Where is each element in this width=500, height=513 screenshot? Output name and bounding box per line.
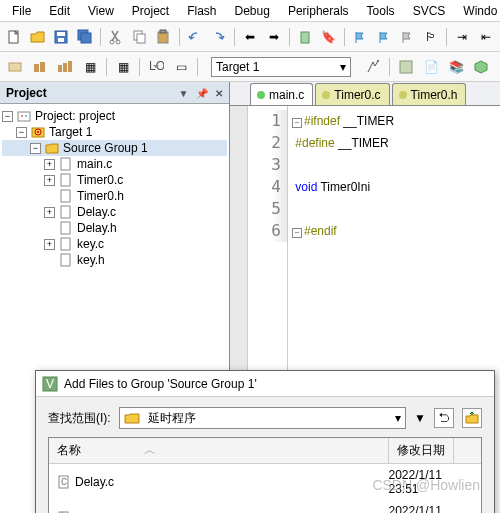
stop-build-icon[interactable]: ▦ — [112, 56, 134, 78]
tree-file[interactable]: key.h — [2, 252, 227, 268]
menu-edit[interactable]: Edit — [41, 2, 78, 19]
nav-fwd-icon[interactable]: ➡ — [263, 26, 284, 48]
translate-icon[interactable] — [4, 56, 26, 78]
tree-file[interactable]: Delay.h — [2, 220, 227, 236]
fold-icon[interactable]: − — [292, 228, 302, 238]
list-item[interactable]: hDelay.h 2022/1/11 23:55 — [49, 500, 481, 513]
col-date[interactable]: 修改日期 — [389, 438, 454, 463]
save-all-icon[interactable] — [75, 26, 96, 48]
erase-icon[interactable]: ▭ — [170, 56, 192, 78]
menu-peripherals[interactable]: Peripherals — [280, 2, 357, 19]
collapse-icon[interactable]: − — [16, 127, 27, 138]
svg-rect-15 — [40, 62, 45, 72]
cut-icon[interactable] — [106, 26, 127, 48]
paste-icon[interactable] — [153, 26, 174, 48]
line-number: 1 — [248, 110, 287, 132]
menu-tools[interactable]: Tools — [359, 2, 403, 19]
tree-target[interactable]: − Target 1 — [2, 124, 227, 140]
collapse-icon[interactable]: − — [2, 111, 13, 122]
undo-icon[interactable] — [185, 26, 206, 48]
svg-point-20 — [377, 60, 379, 62]
menu-svcs[interactable]: SVCS — [405, 2, 454, 19]
cfile-icon: c — [57, 475, 71, 489]
separator — [389, 58, 390, 76]
indent-icon[interactable]: ⇥ — [452, 26, 473, 48]
save-icon[interactable] — [51, 26, 72, 48]
chevron-down-icon[interactable]: ▼ — [414, 411, 426, 425]
tree-file[interactable]: +main.c — [2, 156, 227, 172]
menu-file[interactable]: File — [4, 2, 39, 19]
tab-timer0-c[interactable]: Timer0.c — [315, 83, 389, 105]
tree-label: Delay.c — [77, 205, 116, 219]
tree-file[interactable]: Timer0.h — [2, 188, 227, 204]
pin-icon[interactable]: 📌 — [196, 88, 208, 99]
collapse-icon[interactable]: − — [30, 143, 41, 154]
new-file-icon[interactable] — [4, 26, 25, 48]
expand-icon[interactable]: + — [44, 175, 55, 186]
panel-menu-icon[interactable]: ▼ — [178, 88, 188, 99]
flag-next-icon[interactable] — [373, 26, 394, 48]
project-panel-header: Project ▼ 📌 ✕ — [0, 82, 229, 104]
lookin-label: 查找范围(I): — [48, 410, 111, 427]
tree-group[interactable]: − Source Group 1 — [2, 140, 227, 156]
menu-flash[interactable]: Flash — [179, 2, 224, 19]
rebuild-icon[interactable] — [54, 56, 76, 78]
file-icon — [58, 173, 74, 187]
batch-build-icon[interactable]: ▦ — [79, 56, 101, 78]
build-icon[interactable] — [29, 56, 51, 78]
list-item[interactable]: cDelay.c 2022/1/11 23:51 — [49, 464, 481, 500]
manage-icon[interactable] — [395, 56, 417, 78]
line-number: 6 — [248, 220, 287, 242]
file-ext-icon[interactable]: 📄 — [420, 56, 442, 78]
dialog-titlebar[interactable]: V Add Files to Group 'Source Group 1' — [36, 371, 494, 397]
lookin-combo[interactable]: 延时程序 ▾ — [119, 407, 406, 429]
file-icon — [58, 205, 74, 219]
open-icon[interactable] — [28, 26, 49, 48]
up-folder-button[interactable] — [462, 408, 482, 428]
tree-file[interactable]: +Timer0.c — [2, 172, 227, 188]
tree-label: main.c — [77, 157, 112, 171]
tab-label: Timer0.c — [334, 88, 380, 102]
menu-window[interactable]: Windo — [455, 2, 500, 19]
svg-rect-34 — [61, 254, 70, 266]
expand-icon[interactable]: + — [44, 207, 55, 218]
download-icon[interactable]: LOAD — [145, 56, 167, 78]
expand-icon[interactable]: + — [44, 159, 55, 170]
bookmark-icon[interactable] — [295, 26, 316, 48]
col-name[interactable]: 名称 ︿ — [49, 438, 389, 463]
back-button[interactable]: ⮌ — [434, 408, 454, 428]
panel-title: Project — [6, 86, 47, 100]
svg-point-24 — [25, 115, 27, 117]
tab-timer0-h[interactable]: Timer0.h — [392, 83, 467, 105]
svg-rect-32 — [61, 222, 70, 234]
tab-main-c[interactable]: main.c — [250, 83, 313, 105]
close-icon[interactable]: ✕ — [215, 88, 223, 99]
fold-icon[interactable]: − — [292, 118, 302, 128]
tree-root[interactable]: − Project: project — [2, 108, 227, 124]
redo-icon[interactable] — [208, 26, 229, 48]
flag-prev-icon[interactable] — [350, 26, 371, 48]
nav-back-icon[interactable]: ⬅ — [240, 26, 261, 48]
file-list[interactable]: 名称 ︿ 修改日期 cDelay.c 2022/1/11 23:51 hDela… — [48, 437, 482, 513]
menu-view[interactable]: View — [80, 2, 122, 19]
tree-file[interactable]: +Delay.c — [2, 204, 227, 220]
bookmark-toggle-icon[interactable]: 🔖 — [318, 26, 339, 48]
menu-debug[interactable]: Debug — [227, 2, 278, 19]
flag-all-icon[interactable]: 🏳 — [420, 26, 441, 48]
copy-icon[interactable] — [130, 26, 151, 48]
tree-file[interactable]: +key.c — [2, 236, 227, 252]
menu-project[interactable]: Project — [124, 2, 177, 19]
books-icon[interactable]: 📚 — [445, 56, 467, 78]
chevron-down-icon: ▾ — [340, 60, 346, 74]
flag-clear-icon[interactable] — [397, 26, 418, 48]
target-selector[interactable]: Target 1 ▾ — [211, 57, 351, 77]
pack-icon[interactable] — [470, 56, 492, 78]
outdent-icon[interactable]: ⇤ — [475, 26, 496, 48]
list-header[interactable]: 名称 ︿ 修改日期 — [49, 438, 481, 464]
tree-label: key.h — [77, 253, 105, 267]
svg-point-27 — [37, 131, 39, 133]
sort-icon: ︿ — [144, 443, 156, 457]
target-value: Target 1 — [216, 60, 259, 74]
options-icon[interactable] — [362, 56, 384, 78]
expand-icon[interactable]: + — [44, 239, 55, 250]
